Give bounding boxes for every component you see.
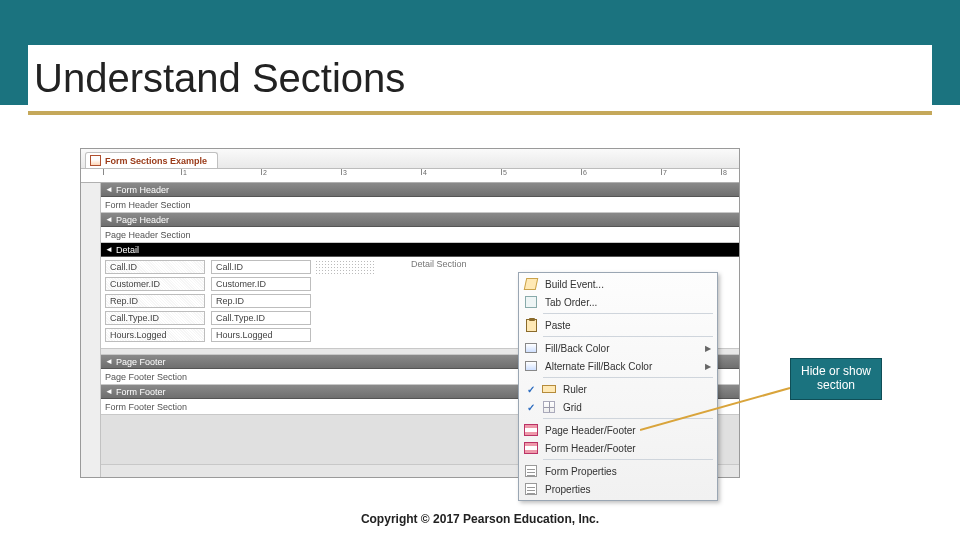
textbox-control-customerid[interactable]: Customer.ID [211, 277, 311, 291]
grid-icon [541, 399, 557, 415]
menu-separator [543, 336, 713, 337]
menu-label: Grid [563, 402, 582, 413]
menu-label: Build Event... [545, 279, 604, 290]
page-footer-text: Page Footer Section [105, 372, 187, 382]
form-header-body[interactable]: Form Header Section [101, 197, 739, 213]
label-control-repid[interactable]: Rep.ID [105, 294, 205, 308]
ruler-mark-8: 8 [721, 169, 727, 183]
formprops-icon [523, 463, 539, 479]
section-bar-label: Page Footer [116, 357, 166, 367]
slide-underline [28, 111, 932, 115]
vertical-ruler[interactable] [81, 183, 101, 477]
ruler-mark-3: 3 [341, 169, 347, 183]
callout-connector [640, 380, 800, 440]
menu-separator [543, 459, 713, 460]
ruler-mark-7: 7 [661, 169, 667, 183]
section-bar-label: Page Header [116, 215, 169, 225]
document-tab-row: Form Sections Example [81, 149, 739, 169]
section-arrow-icon: ◄ [105, 387, 113, 396]
ruler-mark-6: 6 [581, 169, 587, 183]
label-control-callid[interactable]: Call.ID [105, 260, 205, 274]
formhf-icon [523, 440, 539, 456]
build-icon [523, 276, 539, 292]
menu-label: Properties [545, 484, 591, 495]
callout-box: Hide or show section [790, 358, 882, 400]
copyright-text: Copyright © 2017 Pearson Education, Inc. [0, 512, 960, 526]
submenu-arrow-icon: ▶ [705, 362, 711, 371]
section-bar-detail[interactable]: ◄ Detail [101, 243, 739, 257]
ruler-mark-4: 4 [421, 169, 427, 183]
props-icon [523, 481, 539, 497]
form-header-text: Form Header Section [105, 200, 191, 210]
page-header-body[interactable]: Page Header Section [101, 227, 739, 243]
ruler-mark-1: 1 [181, 169, 187, 183]
section-bar-label: Form Header [116, 185, 169, 195]
menu-item-properties[interactable]: Properties [519, 480, 717, 498]
label-control-customerid[interactable]: Customer.ID [105, 277, 205, 291]
menu-label: Form Header/Footer [545, 443, 636, 454]
label-control-calltypeid[interactable]: Call.Type.ID [105, 311, 205, 325]
section-arrow-icon: ◄ [105, 357, 113, 366]
section-bar-label: Detail [116, 245, 139, 255]
menu-separator [543, 377, 713, 378]
submenu-arrow-icon: ▶ [705, 344, 711, 353]
textbox-control-repid[interactable]: Rep.ID [211, 294, 311, 308]
ruler-tick [103, 169, 105, 183]
ruler-mark-5: 5 [501, 169, 507, 183]
page-header-text: Page Header Section [105, 230, 191, 240]
menu-item-fill-back-color[interactable]: Fill/Back Color ▶ [519, 339, 717, 357]
taborder-icon [523, 294, 539, 310]
ruler-mark-2: 2 [261, 169, 267, 183]
detail-annotation: Detail Section [411, 259, 467, 269]
menu-label: Paste [545, 320, 571, 331]
paste-icon [523, 317, 539, 333]
grid-dots [315, 260, 375, 274]
slide-title: Understand Sections [34, 56, 405, 101]
menu-item-alt-fill-back-color[interactable]: Alternate Fill/Back Color ▶ [519, 357, 717, 375]
textbox-control-calltypeid[interactable]: Call.Type.ID [211, 311, 311, 325]
section-arrow-icon: ◄ [105, 185, 113, 194]
checkmark-icon [523, 381, 539, 397]
altfill-icon [523, 358, 539, 374]
slide-title-box: Understand Sections [28, 45, 932, 111]
svg-line-0 [640, 388, 790, 430]
callout-text: Hide or show section [801, 364, 871, 392]
section-bar-label: Form Footer [116, 387, 166, 397]
label-control-hourslogged[interactable]: Hours.Logged [105, 328, 205, 342]
menu-label: Page Header/Footer [545, 425, 636, 436]
ruler-icon [541, 381, 557, 397]
menu-label: Fill/Back Color [545, 343, 609, 354]
menu-item-build-event[interactable]: Build Event... [519, 275, 717, 293]
section-bar-form-header[interactable]: ◄ Form Header [101, 183, 739, 197]
pagehf-icon [523, 422, 539, 438]
menu-label: Ruler [563, 384, 587, 395]
menu-label: Tab Order... [545, 297, 597, 308]
menu-item-tab-order[interactable]: Tab Order... [519, 293, 717, 311]
form-icon [90, 155, 101, 166]
form-tab[interactable]: Form Sections Example [85, 152, 218, 168]
menu-item-form-properties[interactable]: Form Properties [519, 462, 717, 480]
form-tab-title: Form Sections Example [105, 156, 207, 166]
textbox-control-hourslogged[interactable]: Hours.Logged [211, 328, 311, 342]
menu-item-form-header-footer[interactable]: Form Header/Footer [519, 439, 717, 457]
form-footer-text: Form Footer Section [105, 402, 187, 412]
section-bar-page-header[interactable]: ◄ Page Header [101, 213, 739, 227]
textbox-control-callid[interactable]: Call.ID [211, 260, 311, 274]
menu-label: Alternate Fill/Back Color [545, 361, 652, 372]
menu-item-paste[interactable]: Paste [519, 316, 717, 334]
section-arrow-icon: ◄ [105, 215, 113, 224]
horizontal-ruler[interactable]: 1 2 3 4 5 6 7 8 [81, 169, 739, 183]
section-arrow-icon: ◄ [105, 245, 113, 254]
menu-separator [543, 313, 713, 314]
checkmark-icon [523, 399, 539, 415]
menu-label: Form Properties [545, 466, 617, 477]
fill-icon [523, 340, 539, 356]
